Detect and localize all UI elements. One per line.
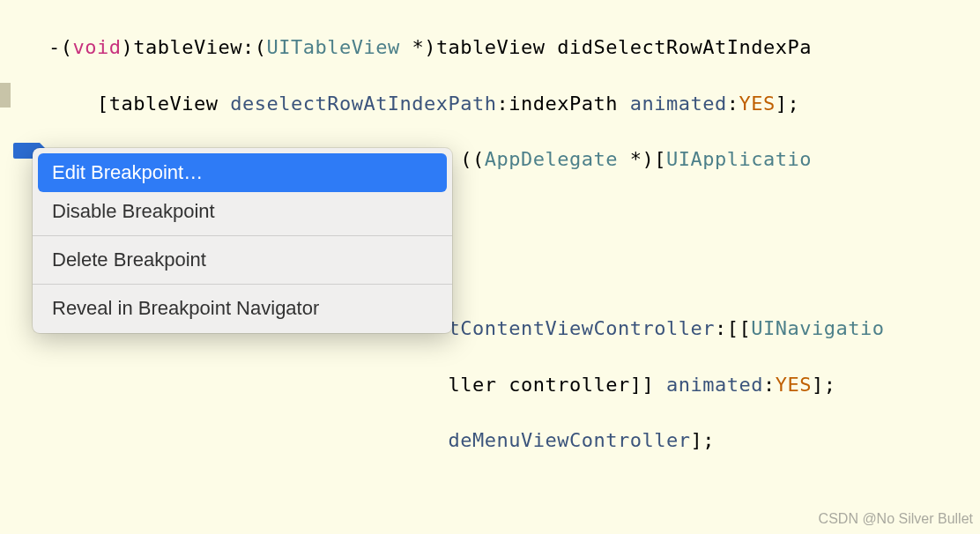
menu-item-disable-breakpoint[interactable]: Disable Breakpoint bbox=[33, 192, 452, 231]
code-line bbox=[48, 483, 980, 511]
code-line: deMenuViewController]; bbox=[48, 426, 980, 455]
change-bar bbox=[0, 83, 11, 108]
watermark-text: CSDN @No Silver Bullet bbox=[819, 508, 973, 529]
menu-item-edit-breakpoint[interactable]: Edit Breakpoint… bbox=[38, 153, 447, 192]
menu-separator bbox=[33, 284, 452, 285]
code-line: [tableView deselectRowAtIndexPath:indexP… bbox=[48, 90, 980, 118]
breakpoint-context-menu: Edit Breakpoint… Disable Breakpoint Dele… bbox=[33, 148, 452, 333]
menu-item-delete-breakpoint[interactable]: Delete Breakpoint bbox=[33, 241, 452, 279]
menu-item-reveal-breakpoint-navigator[interactable]: Reveal in Breakpoint Navigator bbox=[33, 289, 452, 328]
menu-separator bbox=[33, 235, 452, 236]
code-line: ller controller]] animated:YES]; bbox=[48, 371, 980, 399]
code-line: -(void)tableView:(UITableView *)tableVie… bbox=[48, 33, 980, 62]
